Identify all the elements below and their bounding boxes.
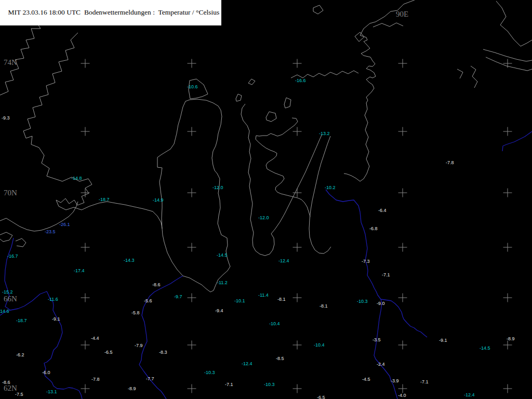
station-temperature: -17.4: [74, 269, 85, 273]
station-temperature: -7.1: [225, 382, 233, 387]
station-temperature: -16.6: [295, 78, 306, 83]
station-temperature: -7.8: [446, 161, 454, 165]
grid-cross: [293, 127, 302, 136]
station-temperature: -14.6: [0, 309, 9, 314]
grid-cross: [81, 127, 90, 136]
station-temperature: -6.5: [317, 395, 325, 399]
station-temperature: -9.1: [52, 317, 60, 322]
station-temperature: -12.4: [242, 362, 252, 366]
station-temperature: -12.4: [464, 393, 475, 397]
station-temperature: -13.1: [46, 390, 57, 394]
grid-cross: [293, 341, 302, 350]
grid-cross: [188, 127, 196, 136]
station-temperature: -6.8: [369, 227, 378, 231]
station-temperature: -14.9: [153, 198, 164, 203]
grid-cross: [503, 189, 512, 197]
station-temperature: -11.4: [258, 293, 269, 298]
grid-cross: [81, 294, 90, 302]
station-temperature: -4.5: [362, 377, 370, 382]
grid-cross: [398, 127, 407, 136]
geo-label-66n: 66N: [4, 295, 17, 303]
grid-cross: [293, 59, 302, 68]
grid-cross: [503, 127, 512, 136]
station-temperature: -8.9: [507, 337, 515, 341]
grid-cross: [293, 384, 302, 393]
grid-cross: [293, 243, 302, 252]
station-temperature: -10.4: [269, 322, 280, 326]
station-temperature: -8.1: [277, 297, 286, 302]
station-temperature: -2.4: [377, 362, 385, 367]
grid-cross: [188, 294, 196, 302]
station-temperature: -5.8: [131, 311, 140, 315]
station-temperature: -26.1: [59, 222, 70, 227]
station-temperature: -10.3: [357, 299, 368, 304]
station-temperature: -8.1: [320, 304, 328, 309]
station-temperature: -10.6: [187, 85, 198, 89]
grid-cross: [188, 243, 196, 252]
station-temperature: -10.4: [314, 343, 325, 348]
grid-cross: [503, 341, 512, 350]
station-temperature: -18.7: [99, 197, 110, 202]
station-temperature: -18.7: [16, 318, 27, 323]
grid-cross: [81, 189, 90, 197]
station-temperature: -7.7: [146, 377, 154, 381]
station-temperature: -12.0: [258, 216, 269, 220]
station-temperature: -13.2: [319, 131, 330, 136]
station-temperature: -10.3: [264, 382, 275, 387]
station-temperature: -14.3: [124, 258, 135, 263]
title-text: MIT 23.03.16 18:00 UTC Bodenwettermeldun…: [8, 8, 220, 16]
station-temperature: -8.3: [159, 350, 167, 355]
station-temperature: -8.9: [128, 387, 136, 391]
station-temperature: -8.5: [276, 356, 284, 361]
station-temperature: -10.1: [234, 299, 245, 303]
station-temperature: -14.8: [71, 176, 82, 181]
station-temperature: -3.5: [373, 338, 381, 342]
grid-cross: [293, 189, 302, 197]
station-temperature: -8.6: [152, 283, 161, 287]
geo-label-74n: 74N: [4, 59, 17, 66]
station-temperature: -11.2: [217, 281, 228, 285]
grid-cross: [81, 59, 90, 68]
map-labels-layer: 74N70N66N62N70E90E-10.6-16.6-13.2-14.8-1…: [0, 0, 532, 399]
station-temperature: -6.5: [104, 350, 113, 355]
station-temperature: -14.5: [480, 346, 490, 351]
station-temperature: -9.0: [377, 301, 385, 306]
station-temperature: -7.5: [15, 392, 23, 397]
station-temperature: -10.3: [204, 370, 215, 375]
geo-label-62n: 62N: [4, 384, 17, 392]
station-temperature: -9.1: [439, 338, 447, 343]
station-temperature: -6.2: [16, 353, 24, 357]
station-temperature: -9.3: [2, 116, 10, 121]
geo-label-70n: 70N: [4, 189, 17, 197]
grid-cross: [81, 341, 90, 350]
grid-cross: [188, 341, 196, 350]
station-temperature: -11.6: [48, 297, 58, 302]
station-temperature: -7.3: [362, 259, 370, 264]
weather-map-screen: 74N70N66N62N70E90E-10.6-16.6-13.2-14.8-1…: [0, 0, 532, 399]
station-temperature: -3.9: [391, 379, 399, 383]
station-temperature: -23.5: [45, 230, 56, 234]
grid-cross: [188, 59, 196, 68]
grid-cross: [398, 189, 407, 197]
station-temperature: -5.6: [144, 299, 152, 303]
station-temperature: -12.4: [278, 259, 289, 263]
station-temperature: -7.9: [135, 343, 143, 348]
grid-cross: [503, 294, 512, 302]
grid-cross: [503, 59, 512, 68]
station-temperature: -9.7: [174, 295, 182, 299]
grid-cross: [398, 59, 407, 68]
station-temperature: -7.1: [420, 380, 429, 384]
grid-cross: [188, 384, 196, 393]
station-temperature: -4.4: [91, 336, 99, 341]
grid-cross: [188, 189, 196, 197]
grid-cross: [398, 341, 407, 350]
station-temperature: -6.4: [378, 208, 387, 213]
station-temperature: -14.5: [217, 253, 228, 258]
grid-cross: [503, 384, 512, 393]
station-temperature: -4.0: [398, 393, 406, 398]
station-temperature: -7.8: [91, 377, 100, 382]
grid-cross: [398, 294, 407, 302]
grid-cross: [398, 243, 407, 252]
title-bar: MIT 23.03.16 18:00 UTC Bodenwettermeldun…: [0, 0, 221, 25]
station-temperature: -12.0: [212, 185, 223, 190]
